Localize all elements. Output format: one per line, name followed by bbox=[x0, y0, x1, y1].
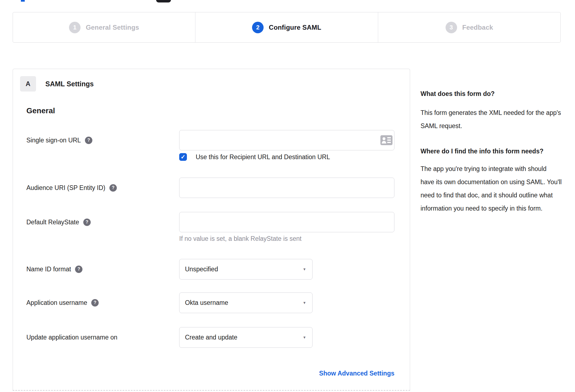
update-app-username-label: Update application username on bbox=[26, 327, 117, 347]
recipient-url-checkbox[interactable]: ✓ bbox=[179, 153, 187, 161]
checkmark-icon: ✓ bbox=[181, 154, 186, 160]
help-icon[interactable]: ? bbox=[109, 184, 117, 192]
step-3-number-badge: 3 bbox=[446, 22, 457, 33]
show-advanced-settings-link[interactable]: Show Advanced Settings bbox=[179, 370, 394, 377]
audience-uri-label-text: Audience URI (SP Entity ID) bbox=[26, 184, 105, 192]
sidebar-body-2: The app you're trying to integrate with … bbox=[421, 162, 562, 215]
general-group-heading: General bbox=[26, 106, 55, 115]
app-username-select[interactable]: Okta username ▼ bbox=[179, 292, 313, 313]
help-icon[interactable]: ? bbox=[83, 219, 91, 226]
step-2-label: Configure SAML bbox=[269, 24, 321, 31]
sidebar-heading-1: What does this form do? bbox=[421, 90, 562, 98]
name-id-format-label: Name ID format ? bbox=[26, 259, 82, 279]
audience-uri-input[interactable] bbox=[179, 178, 394, 198]
step-feedback[interactable]: 3 Feedback bbox=[378, 12, 560, 42]
clipped-blue-element bbox=[21, 0, 25, 2]
app-username-label-text: Application username bbox=[26, 299, 87, 307]
step-3-label: Feedback bbox=[462, 24, 493, 31]
help-icon[interactable]: ? bbox=[85, 137, 92, 144]
update-app-username-label-text: Update application username on bbox=[26, 334, 117, 341]
sso-url-input[interactable] bbox=[179, 130, 394, 150]
name-id-format-value: Unspecified bbox=[185, 266, 218, 273]
step-configure-saml[interactable]: 2 Configure SAML bbox=[195, 12, 378, 42]
app-username-label: Application username ? bbox=[26, 292, 99, 313]
name-id-format-select[interactable]: Unspecified ▼ bbox=[179, 259, 313, 280]
help-icon[interactable]: ? bbox=[75, 266, 82, 273]
sidebar-heading-2: Where do I find the info this form needs… bbox=[421, 145, 562, 157]
contact-card-icon bbox=[380, 135, 393, 145]
help-sidebar: What does this form do? This form genera… bbox=[421, 90, 562, 215]
update-app-username-value: Create and update bbox=[185, 334, 237, 341]
sso-url-label-text: Single sign-on URL bbox=[26, 137, 81, 144]
name-id-format-label-text: Name ID format bbox=[26, 266, 71, 273]
update-app-username-select[interactable]: Create and update ▼ bbox=[179, 327, 313, 348]
section-title: SAML Settings bbox=[45, 76, 94, 92]
recipient-url-checkbox-label: Use this for Recipient URL and Destinati… bbox=[196, 153, 330, 161]
step-general-settings[interactable]: 1 General Settings bbox=[13, 12, 195, 42]
default-relaystate-label-text: Default RelayState bbox=[26, 219, 79, 226]
relaystate-hint: If no value is set, a blank RelayState i… bbox=[179, 235, 302, 242]
section-a-badge: A bbox=[20, 76, 36, 92]
wizard-stepper: 1 General Settings 2 Configure SAML 3 Fe… bbox=[13, 12, 561, 43]
default-relaystate-label: Default RelayState ? bbox=[26, 212, 91, 232]
chevron-down-icon: ▼ bbox=[303, 301, 306, 305]
sidebar-body-1: This form generates the XML needed for t… bbox=[421, 106, 562, 132]
app-username-value: Okta username bbox=[185, 299, 228, 307]
default-relaystate-input[interactable] bbox=[179, 212, 394, 232]
chevron-down-icon: ▼ bbox=[303, 335, 306, 339]
audience-uri-label: Audience URI (SP Entity ID) ? bbox=[26, 178, 117, 198]
step-1-label: General Settings bbox=[86, 24, 139, 31]
step-1-number-badge: 1 bbox=[69, 22, 81, 33]
help-icon[interactable]: ? bbox=[91, 299, 99, 307]
sso-url-label: Single sign-on URL ? bbox=[26, 130, 92, 150]
chevron-down-icon: ▼ bbox=[303, 267, 306, 271]
recipient-url-checkbox-row: ✓ Use this for Recipient URL and Destina… bbox=[179, 153, 330, 161]
clipped-dark-element bbox=[156, 0, 171, 2]
step-2-number-badge: 2 bbox=[252, 22, 264, 33]
saml-settings-panel: A SAML Settings General Single sign-on U… bbox=[13, 69, 410, 391]
